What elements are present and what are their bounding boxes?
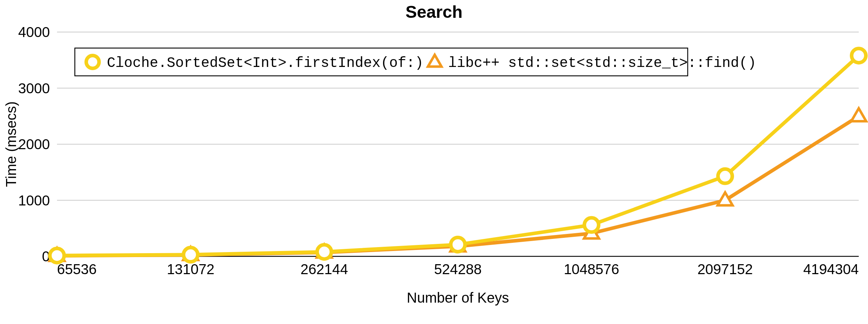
circle-marker xyxy=(317,245,331,259)
circle-marker xyxy=(184,247,198,262)
circle-marker xyxy=(718,169,732,183)
circle-marker xyxy=(50,249,64,263)
chart-svg: Search0100020003000400065536131072262144… xyxy=(0,0,868,324)
series-line xyxy=(57,116,859,256)
circle-marker xyxy=(451,237,465,252)
y-tick-label: 1000 xyxy=(18,193,50,208)
y-tick-label: 3000 xyxy=(18,80,50,96)
series-line xyxy=(57,56,859,255)
x-tick-label: 262144 xyxy=(300,261,348,277)
x-tick-label: 65536 xyxy=(57,261,97,277)
triangle-marker xyxy=(851,108,866,121)
y-tick-label: 2000 xyxy=(18,136,50,152)
x-tick-label: 2097152 xyxy=(697,261,753,277)
y-axis-label: Time (msecs) xyxy=(3,101,19,187)
chart-title: Search xyxy=(405,2,463,21)
y-tick-label: 4000 xyxy=(18,24,50,40)
circle-marker xyxy=(852,48,866,63)
legend-label: Cloche.SortedSet<Int>.firstIndex(of:) xyxy=(107,55,423,71)
legend-circle-icon xyxy=(86,56,99,68)
chart-container: Search0100020003000400065536131072262144… xyxy=(0,0,868,324)
x-tick-label: 1048576 xyxy=(564,261,619,277)
x-tick-label: 524288 xyxy=(434,261,481,277)
circle-marker xyxy=(584,218,599,232)
x-axis-label: Number of Keys xyxy=(407,290,509,305)
x-tick-label: 131072 xyxy=(167,261,214,277)
legend-label: libc++ std::set<std::size_t>::find() xyxy=(448,55,756,71)
x-tick-label: 4194304 xyxy=(803,261,859,277)
